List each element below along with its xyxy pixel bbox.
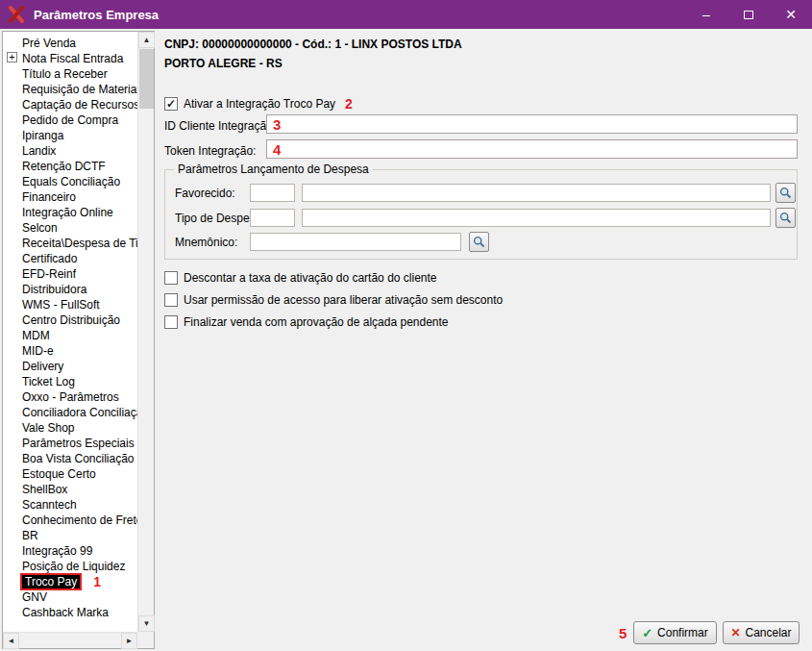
expand-icon[interactable]: + [7, 52, 17, 63]
activate-troco-pay-checkbox[interactable]: ✓ Ativar a Integração Troco Pay 2 [164, 96, 353, 112]
magnifier-icon [779, 187, 792, 199]
sidebar-item-label: Parâmetros Especiais [22, 437, 135, 450]
sidebar-item-financeiro[interactable]: Financeiro [3, 188, 137, 204]
sidebar-item-label: Boa Vista Conciliação [22, 452, 135, 465]
sidebar-item-requisi-o-de-materiais[interactable]: Requisição de Materiais [3, 81, 137, 96]
scroll-left-icon: ◄ [8, 637, 15, 645]
sidebar-item-estoque-certo[interactable]: Estoque Certo [3, 465, 137, 481]
sidebar-item-label: Conhecimento de Frete [22, 513, 137, 527]
scroll-down-button[interactable]: ▼ [138, 615, 155, 632]
sidebar-item-label: Receita\Despesa de Titul [22, 237, 137, 250]
checkbox-checked-icon[interactable]: ✓ [164, 97, 178, 111]
checkbox-unchecked-icon[interactable] [164, 271, 178, 285]
confirmar-button[interactable]: ✓ Confirmar [633, 621, 717, 644]
mnemonico-input[interactable] [250, 233, 461, 251]
cancelar-button[interactable]: ✕ Cancelar [723, 621, 800, 644]
option-row[interactable]: Finalizar venda com aprovação de alçada … [164, 314, 503, 330]
sidebar-item-mdm[interactable]: MDM [3, 327, 137, 342]
sidebar-item-label: Título a Receber [22, 67, 108, 81]
maximize-button[interactable] [727, 0, 770, 29]
sidebar-item-label: Retenção DCTF [22, 160, 106, 173]
annotation-5: 5 [619, 625, 627, 641]
tipo-despesa-name-input[interactable] [302, 209, 771, 227]
option-row[interactable]: Descontar a taxa de ativação do cartão d… [164, 270, 503, 286]
sidebar-item-pedido-de-compra[interactable]: Pedido de Compra [3, 112, 137, 127]
sidebar-item-landix[interactable]: Landix [3, 142, 137, 158]
favorecido-code-input[interactable] [250, 184, 295, 202]
tipo-despesa-code-input[interactable] [250, 209, 295, 227]
id-cliente-input[interactable] [266, 114, 798, 134]
mnemonico-row: Mnemônico: [175, 232, 794, 253]
sidebar-item-vale-shop[interactable]: Vale Shop [3, 419, 137, 435]
sidebar-item-label: ShellBox [22, 483, 67, 496]
maximize-icon [744, 11, 753, 19]
scroll-left-button[interactable]: ◄ [3, 633, 19, 649]
sidebar-item-label: Delivery [22, 360, 63, 373]
sidebar-item-label: Ipiranga [22, 129, 63, 142]
sidebar-item-equals-concilia-o[interactable]: Equals Conciliação [3, 173, 137, 188]
option-row[interactable]: Usar permissão de acesso para liberar at… [164, 292, 503, 308]
minimize-button[interactable]: – [685, 0, 727, 29]
sidebar-item-conciliadora-concilia-o[interactable]: Conciliadora Conciliação [3, 404, 137, 419]
sidebar-vertical-scrollbar[interactable]: ▲ ▼ [137, 32, 154, 632]
sidebar-item-gnv[interactable]: GNV [3, 588, 137, 604]
tipo-despesa-lookup-button[interactable] [775, 208, 796, 228]
scroll-right-icon: ► [126, 637, 134, 645]
cancelar-label: Cancelar [746, 626, 792, 639]
mnemonico-lookup-button[interactable] [469, 232, 489, 252]
sidebar-item-shellbox[interactable]: ShellBox [3, 481, 137, 496]
sidebar-item-centro-distribui-o[interactable]: Centro Distribuição [3, 312, 137, 327]
sidebar-item-delivery[interactable]: Delivery [3, 358, 137, 373]
token-input[interactable] [266, 139, 798, 159]
sidebar-item-cashback-marka[interactable]: Cashback Marka [3, 604, 137, 619]
favorecido-row: Favorecido: [175, 183, 794, 204]
sidebar-item-label: Certificado [22, 252, 77, 265]
annotation-1: 1 [93, 574, 101, 589]
sidebar-item-certificado[interactable]: Certificado [3, 250, 137, 265]
sidebar-item-scanntech[interactable]: Scanntech [3, 496, 137, 512]
sidebar-item-label: Requisição de Materiais [22, 83, 137, 96]
sidebar-item-t-tulo-a-receber[interactable]: Título a Receber [3, 65, 137, 81]
sidebar-item-distribuidora[interactable]: Distribuidora [3, 281, 137, 296]
sidebar-item-oxxo-par-metros[interactable]: Oxxo - Parâmetros [3, 388, 137, 404]
sidebar-item-nota-fiscal-entrada[interactable]: +Nota Fiscal Entrada [3, 50, 137, 65]
sidebar-item-ticket-log[interactable]: Ticket Log [3, 373, 137, 388]
checkbox-unchecked-icon[interactable] [164, 315, 178, 329]
sidebar-item-integra-o-99[interactable]: Integração 99 [3, 542, 137, 558]
scrollbar-thumb[interactable] [139, 49, 154, 109]
sidebar-item-receita-despesa-de-titul[interactable]: Receita\Despesa de Titul [3, 235, 137, 250]
sidebar-item-conhecimento-de-frete[interactable]: Conhecimento de Frete [3, 512, 137, 527]
sidebar-item-pr-venda[interactable]: Pré Venda [3, 35, 137, 50]
scroll-right-button[interactable]: ► [121, 633, 137, 649]
sidebar-item-label: Conciliadora Conciliação [22, 406, 137, 419]
confirm-check-icon: ✓ [642, 626, 652, 640]
sidebar-item-par-metros-especiais[interactable]: Parâmetros Especiais [3, 435, 137, 450]
sidebar-item-troco-pay[interactable]: Troco Pay1 [3, 573, 137, 588]
option-label: Descontar a taxa de ativação do cartão d… [184, 271, 437, 285]
sidebar-horizontal-scrollbar[interactable]: ◄ ► [3, 632, 137, 648]
cancel-x-icon: ✕ [730, 626, 740, 639]
sidebar-item-label: Scanntech [22, 498, 77, 512]
checkbox-unchecked-icon[interactable] [164, 293, 178, 307]
sidebar-item-integra-o-online[interactable]: Integração Online [3, 204, 137, 219]
sidebar-item-ipiranga[interactable]: Ipiranga [3, 127, 137, 142]
sidebar-item-selcon[interactable]: Selcon [3, 219, 137, 235]
sidebar-item-wms-fullsoft[interactable]: WMS - FullSoft [3, 296, 137, 312]
sidebar-item-efd-reinf[interactable]: EFD-Reinf [3, 265, 137, 281]
close-button[interactable]: ✕ [770, 0, 812, 29]
sidebar-item-boa-vista-concilia-o[interactable]: Boa Vista Conciliação [3, 450, 137, 465]
annotation-2: 2 [345, 96, 353, 112]
scroll-up-icon: ▲ [143, 36, 151, 44]
scroll-up-button[interactable]: ▲ [138, 32, 155, 48]
sidebar-item-reten-o-dctf[interactable]: Retenção DCTF [3, 158, 137, 173]
favorecido-name-input[interactable] [302, 184, 771, 202]
sidebar-item-label: WMS - FullSoft [22, 298, 100, 312]
favorecido-lookup-button[interactable] [775, 183, 796, 203]
sidebar-item-mid-e[interactable]: MID-e [3, 342, 137, 358]
sidebar-item-capta-o-de-recursos[interactable]: Captação de Recursos [3, 96, 137, 112]
sidebar-item-posi-o-de-liquidez[interactable]: Posição de Liquidez [3, 558, 137, 573]
scrollbar-corner [137, 632, 154, 648]
sidebar-item-label: MID-e [22, 344, 54, 358]
sidebar-item-br[interactable]: BR [3, 527, 137, 542]
id-cliente-label: ID Cliente Integração: [164, 119, 276, 133]
